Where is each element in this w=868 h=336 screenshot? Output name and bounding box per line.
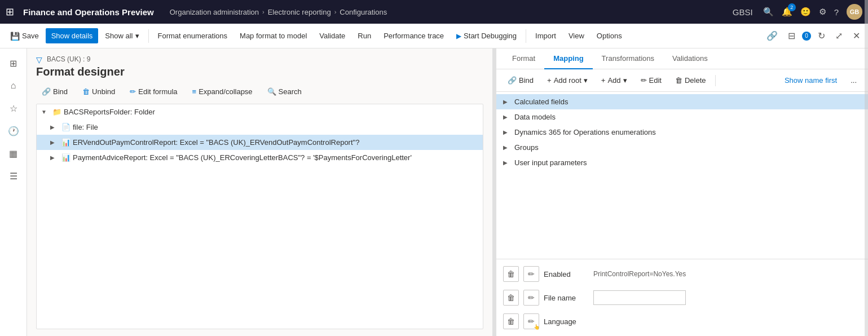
bind-button[interactable]: 🔗 Bind (36, 85, 73, 98)
ds-item-dynamics-enum[interactable]: ▶ Dynamics 365 for Operations enumeratio… (496, 125, 868, 140)
tab-transformations[interactable]: Transformations (593, 48, 663, 69)
format-tree: ▼ 📁 BACSReportsFolder: Folder ▶ 📄 file: … (36, 104, 483, 329)
map-add-root-button[interactable]: + Add root ▾ (543, 74, 592, 87)
toolbar-close-icon[interactable]: ✕ (849, 28, 863, 43)
expand-collapse-button[interactable]: ≡ Expand/collapse (187, 85, 258, 98)
search-icon[interactable]: 🔍 (763, 7, 774, 17)
options-button[interactable]: Options (591, 28, 628, 43)
gbsi-label: GBSI (733, 7, 753, 17)
field-input-filename[interactable] (593, 290, 686, 305)
ds-chevron-calc: ▶ (503, 99, 511, 105)
more-options-button[interactable]: ... (846, 74, 861, 87)
map-delete-button[interactable]: 🗑 Delete (671, 74, 711, 87)
add-chevron-icon: ▾ (623, 76, 627, 85)
map-add-button[interactable]: + Add ▾ (597, 74, 632, 87)
ds-item-data-models[interactable]: ▶ Data models (496, 109, 868, 125)
search-button[interactable]: 🔍 Search (262, 85, 307, 98)
tree-payment-icon: 📊 (61, 153, 71, 162)
content-area: ▽ BACS (UK) : 9 Format designer 🔗 Bind 🗑… (27, 48, 492, 336)
toolbar-separator-1 (148, 29, 149, 43)
breadcrumb-chevron-2: › (334, 8, 337, 15)
start-debugging-button[interactable]: ▶ Start Debugging (451, 28, 522, 43)
app-grid-icon[interactable]: ⊞ (6, 6, 14, 18)
mapping-toolbar: 🔗 Bind + Add root ▾ + Add ▾ ✏ Edit 🗑 Del… (496, 69, 868, 92)
map-bind-button[interactable]: 🔗 Bind (503, 74, 538, 87)
tab-validations[interactable]: Validations (663, 48, 717, 69)
tree-item-payment[interactable]: ▶ 📊 PaymentAdviceReport: Excel = "BACS (… (37, 150, 483, 165)
sidebar-left: ⊞ ⌂ ☆ 🕐 ▦ ☰ (0, 48, 27, 336)
tree-item-file[interactable]: ▶ 📄 file: File (37, 120, 483, 135)
sidebar-clock-icon[interactable]: 🕐 (3, 121, 24, 141)
help-icon[interactable]: ? (834, 7, 839, 17)
map-add-icon: + (601, 76, 606, 85)
show-all-button[interactable]: Show all ▾ (99, 28, 144, 43)
edit-filename-button[interactable]: ✏ (523, 290, 539, 306)
ds-chevron-user: ▶ (503, 160, 511, 166)
delete-enabled-button[interactable]: 🗑 (503, 266, 519, 282)
tree-label-file: file: File (73, 123, 478, 131)
delete-language-button[interactable]: 🗑 (503, 313, 519, 329)
run-button[interactable]: Run (352, 28, 377, 43)
map-format-button[interactable]: Map format to model (234, 28, 312, 43)
settings-icon[interactable]: ⚙ (819, 7, 826, 17)
bacs-label: BACS (UK) : 9 (47, 55, 90, 63)
tab-mapping[interactable]: Mapping (544, 48, 592, 69)
sidebar-filter-icon[interactable]: ⊞ (3, 53, 24, 73)
ds-item-calc-fields[interactable]: ▶ Calculated fields (496, 94, 868, 109)
unbind-button[interactable]: 🗑 Unbind (77, 85, 121, 98)
sidebar-star-icon[interactable]: ☆ (3, 98, 24, 118)
field-label-filename: File name (544, 294, 589, 302)
breadcrumb-chevron-1: › (262, 8, 265, 15)
performance-trace-button[interactable]: Performance trace (378, 28, 450, 43)
validate-button[interactable]: Validate (314, 28, 351, 43)
expand-collapse-icon: ≡ (192, 87, 197, 96)
show-details-button[interactable]: Show details (46, 28, 99, 43)
field-row-filename: 🗑 ✏ File name (503, 288, 861, 308)
sidebar-grid-icon[interactable]: ▦ (3, 143, 24, 163)
ds-label-user: User input parameters (514, 158, 861, 167)
ds-item-groups[interactable]: ▶ Groups (496, 140, 868, 155)
edit-formula-button[interactable]: ✏ Edit formula (124, 85, 183, 98)
save-button[interactable]: 💾 Save (5, 28, 45, 44)
tree-chevron-file: ▶ (50, 124, 59, 130)
map-delete-icon: 🗑 (675, 76, 682, 85)
breadcrumb-reporting[interactable]: Electronic reporting (268, 8, 331, 16)
smiley-icon[interactable]: 🙂 (800, 7, 811, 17)
tree-item-er-vend[interactable]: ▶ 📊 ERVendOutPaymControlReport: Excel = … (37, 135, 483, 150)
import-button[interactable]: Import (530, 28, 562, 43)
sidebar-home-icon[interactable]: ⌂ (3, 76, 24, 96)
breadcrumb-configurations[interactable]: Configurations (340, 8, 387, 16)
data-sources-tree: ▶ Calculated fields ▶ Data models ▶ Dyna… (496, 92, 868, 259)
avatar[interactable]: GB (847, 4, 862, 20)
breadcrumb-org[interactable]: Organization administration (170, 8, 259, 16)
right-panel: Format Mapping Transformations Validatio… (496, 48, 868, 336)
inner-toolbar: 🔗 Bind 🗑 Unbind ✏ Edit formula ≡ Expand/… (36, 85, 483, 98)
map-edit-button[interactable]: ✏ Edit (636, 74, 666, 87)
tree-chevron-er: ▶ (50, 139, 59, 145)
field-row-language: 🗑 ✏ 👆 Language (503, 311, 861, 331)
ds-chevron-enum: ▶ (503, 129, 511, 135)
ds-label-groups: Groups (514, 143, 861, 152)
toolbar-link-icon[interactable]: 🔗 (763, 28, 781, 43)
toolbar-layout-icon[interactable]: ⊟ (785, 28, 799, 43)
notification-badge: 2 (788, 3, 796, 11)
toolbar-refresh-icon[interactable]: ↻ (814, 28, 829, 43)
show-name-first-button[interactable]: Show name first (780, 74, 841, 87)
edit-language-button[interactable]: ✏ 👆 (523, 313, 539, 329)
format-enumerations-button[interactable]: Format enumerations (152, 28, 233, 43)
view-button[interactable]: View (563, 28, 590, 43)
sidebar-list-icon[interactable]: ☰ (3, 166, 24, 186)
tree-label-bacs: BACSReportsFolder: Folder (64, 108, 478, 116)
ds-item-user-input[interactable]: ▶ User input parameters (496, 155, 868, 170)
tree-label-er: ERVendOutPaymControlReport: Excel = "BAC… (73, 138, 478, 147)
map-edit-icon: ✏ (641, 76, 647, 85)
tab-format[interactable]: Format (503, 48, 544, 69)
tree-chevron-payment: ▶ (50, 154, 59, 161)
show-all-chevron-icon: ▾ (135, 32, 139, 40)
delete-filename-button[interactable]: 🗑 (503, 290, 519, 306)
tree-item-bacs[interactable]: ▼ 📁 BACSReportsFolder: Folder (37, 104, 483, 120)
filter-icon[interactable]: ▽ (36, 55, 42, 64)
edit-enabled-button[interactable]: ✏ (523, 266, 539, 282)
toolbar-expand-icon[interactable]: ⤢ (832, 28, 846, 43)
ds-chevron-groups: ▶ (503, 144, 511, 151)
